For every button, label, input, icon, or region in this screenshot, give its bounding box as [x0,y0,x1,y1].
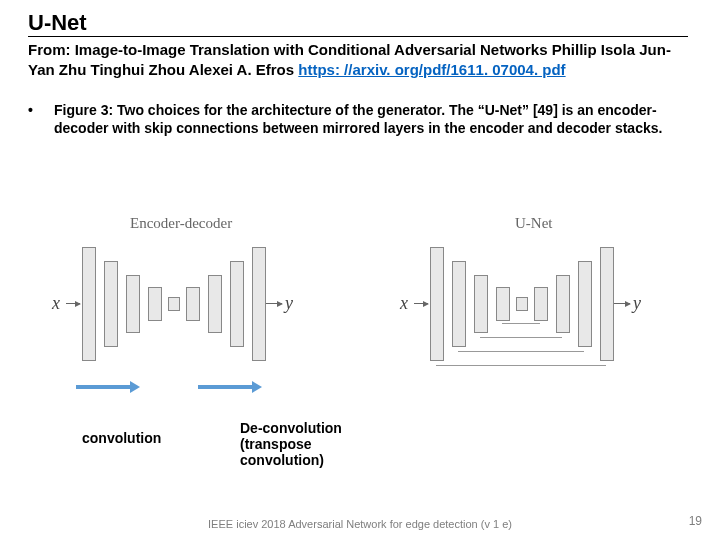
dec-block [600,247,614,361]
enc-block [148,287,162,321]
enc-block [452,261,466,347]
encoder-decoder-title: Encoder-decoder [130,215,232,232]
skip-line [502,323,540,324]
dec-block [230,261,244,347]
x-label-right: x [400,293,408,314]
subtitle: From: Image-to-Image Translation with Co… [0,37,720,79]
conv-label: convolution [82,430,161,446]
enc-block [82,247,96,361]
skip-line [436,365,606,366]
figure-caption: Figure 3: Two choices for the architectu… [54,101,692,137]
x-label-left: x [52,293,60,314]
bottleneck-block [168,297,180,311]
dec-block [556,275,570,333]
arrow-icon [266,303,282,304]
enc-block [104,261,118,347]
enc-block [126,275,140,333]
enc-block [474,275,488,333]
page-number: 19 [689,514,702,528]
dec-block [578,261,592,347]
dec-block [186,287,200,321]
blue-arrow-icon [76,385,132,389]
enc-block [496,287,510,321]
deconv-label: De-convolution (transpose convolution) [240,420,380,468]
figure-caption-row: • Figure 3: Two choices for the architec… [0,79,720,137]
y-label-right: y [633,293,641,314]
unet-title: U-Net [515,215,553,232]
dec-block [208,275,222,333]
blue-arrow-icon [198,385,254,389]
arrow-icon [66,303,80,304]
bullet-icon: • [28,101,54,137]
arxiv-link[interactable]: https: //arxiv. org/pdf/1611. 07004. pdf [298,61,565,78]
skip-line [458,351,584,352]
y-label-left: y [285,293,293,314]
footer: IEEE iciev 2018 Adversarial Network for … [0,518,720,530]
bottleneck-block [516,297,528,311]
arrow-icon [614,303,630,304]
dec-block [252,247,266,361]
enc-block [430,247,444,361]
diagram-row: Encoder-decoder x y U-Net x y [60,215,670,405]
arrow-icon [414,303,428,304]
skip-line [480,337,562,338]
dec-block [534,287,548,321]
page-title: U-Net [28,0,688,37]
